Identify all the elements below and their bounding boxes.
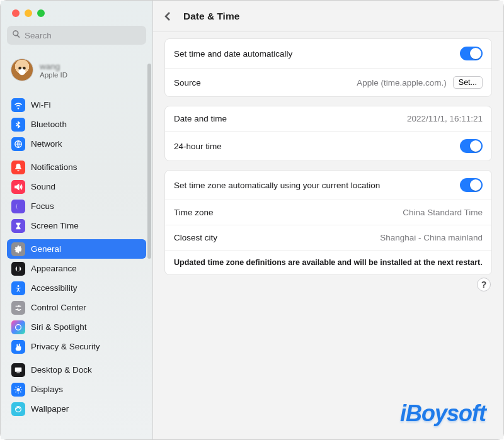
sidebar-item-label: Network	[31, 139, 62, 149]
sidebar-item-appearance[interactable]: Appearance	[7, 259, 146, 278]
wifi-icon	[11, 98, 25, 112]
row-label: Date and time	[174, 114, 227, 123]
minimize-window-button[interactable]	[25, 9, 32, 17]
moon-icon	[11, 200, 25, 213]
sidebar-item-sound[interactable]: Sound	[7, 177, 146, 196]
sidebar-item-label: Focus	[31, 201, 54, 211]
svg-point-3	[18, 305, 20, 307]
accessibility-icon	[11, 281, 25, 295]
sidebar-item-label: Wi-Fi	[31, 100, 50, 110]
sidebar-item-label: Appearance	[31, 264, 77, 273]
svg-rect-7	[16, 372, 20, 373]
svg-rect-6	[15, 367, 22, 371]
content-pane: Date & Time Set time and date automatica…	[153, 1, 503, 439]
row-label: Time zone	[174, 208, 214, 217]
wallpaper-icon	[11, 402, 25, 416]
apple-id-row[interactable]: wang Apple ID	[1, 50, 152, 91]
set-source-button[interactable]: Set...	[453, 76, 483, 89]
sidebar-item-label: Screen Time	[31, 221, 79, 230]
sidebar-item-label: Sound	[31, 182, 55, 191]
account-name: wang	[40, 62, 67, 71]
hand-icon	[11, 340, 25, 354]
toggle-auto-time[interactable]	[460, 47, 483, 60]
row-label: 24-hour time	[174, 142, 222, 151]
city-value: Shanghai - China mainland	[380, 233, 483, 242]
zoom-window-button[interactable]	[37, 9, 45, 17]
svg-point-4	[17, 308, 19, 310]
row-label: Closest city	[174, 233, 217, 242]
sidebar-item-accessibility[interactable]: Accessibility	[7, 278, 146, 298]
sidebar: wang Apple ID Wi-Fi Bluetooth Network	[1, 1, 153, 439]
sidebar-item-focus[interactable]: Focus	[7, 196, 146, 216]
row-label: Set time zone automatically using your c…	[174, 181, 380, 190]
sound-icon	[11, 180, 25, 194]
sidebar-item-label: Displays	[31, 385, 63, 394]
sidebar-item-label: Privacy & Security	[31, 342, 100, 351]
sidebar-item-network[interactable]: Network	[7, 134, 146, 154]
content-body: Set time and date automatically Source A…	[153, 32, 503, 439]
sidebar-scrollbar[interactable]	[147, 64, 151, 259]
page-title: Date & Time	[183, 11, 239, 22]
desktop-icon	[11, 363, 25, 377]
sidebar-item-screen-time[interactable]: Screen Time	[7, 216, 146, 235]
row-date-time: Date and time 2022/11/1, 16:11:21	[165, 106, 491, 131]
watermark: iBoysoft	[400, 400, 486, 427]
search-input[interactable]	[25, 31, 141, 40]
sidebar-item-desktop-dock[interactable]: Desktop & Dock	[7, 360, 146, 380]
sidebar-item-general[interactable]: General	[7, 239, 146, 259]
row-24-hour: 24-hour time	[165, 131, 491, 161]
sidebar-item-privacy-security[interactable]: Privacy & Security	[7, 337, 146, 356]
content-header: Date & Time	[153, 1, 503, 32]
sidebar-item-label: Wallpaper	[31, 404, 69, 414]
source-value: Apple (time.apple.com.)	[357, 78, 447, 87]
sidebar-item-control-center[interactable]: Control Center	[7, 298, 146, 317]
sidebar-item-displays[interactable]: Displays	[7, 380, 146, 399]
search-field[interactable]	[7, 26, 146, 45]
sidebar-item-bluetooth[interactable]: Bluetooth	[7, 115, 146, 134]
bell-icon	[11, 161, 25, 174]
row-tz: Time zone China Standard Time	[165, 200, 491, 225]
svg-point-5	[16, 324, 21, 330]
search-icon	[12, 30, 25, 41]
sidebar-item-label: Desktop & Dock	[31, 365, 92, 375]
tz-update-note: Updated time zone definitions are availa…	[165, 250, 491, 274]
sidebar-item-label: Control Center	[31, 303, 86, 312]
tz-value: China Standard Time	[403, 208, 483, 217]
displays-icon	[11, 383, 25, 397]
back-button[interactable]	[161, 9, 175, 23]
sidebar-item-siri-spotlight[interactable]: Siri & Spotlight	[7, 317, 146, 337]
sidebar-item-wallpaper[interactable]: Wallpaper	[7, 399, 146, 419]
chevron-left-icon	[164, 11, 171, 21]
row-label: Set time and date automatically	[174, 49, 292, 59]
siri-icon	[11, 320, 25, 334]
card-time-zone: Set time zone automatically using your c…	[164, 170, 492, 275]
row-auto-tz: Set time zone automatically using your c…	[165, 171, 491, 200]
svg-point-2	[18, 285, 20, 287]
sidebar-item-label: Siri & Spotlight	[31, 322, 87, 332]
bluetooth-icon	[11, 118, 25, 132]
row-source: Source Apple (time.apple.com.) Set...	[165, 68, 491, 96]
close-window-button[interactable]	[12, 9, 20, 17]
sidebar-item-label: Bluetooth	[31, 120, 67, 129]
row-auto-time: Set time and date automatically	[165, 39, 491, 68]
sidebar-item-notifications[interactable]: Notifications	[7, 157, 146, 177]
appearance-icon	[11, 262, 25, 276]
date-time-value: 2022/11/1, 16:11:21	[407, 114, 483, 123]
sidebar-item-label: Accessibility	[31, 283, 77, 293]
gear-icon	[11, 242, 25, 256]
window-controls	[1, 1, 152, 23]
account-subtitle: Apple ID	[40, 71, 67, 79]
system-settings-window: wang Apple ID Wi-Fi Bluetooth Network	[0, 0, 504, 440]
sidebar-item-label: Notifications	[31, 162, 77, 172]
sidebar-item-wifi[interactable]: Wi-Fi	[7, 95, 146, 115]
card-time-source: Set time and date automatically Source A…	[164, 38, 492, 97]
sidebar-nav: Wi-Fi Bluetooth Network Notifications	[1, 91, 152, 419]
svg-point-8	[16, 388, 20, 391]
hourglass-icon	[11, 219, 25, 233]
card-date-time: Date and time 2022/11/1, 16:11:21 24-hou…	[164, 106, 492, 161]
network-icon	[11, 137, 25, 151]
toggle-24-hour[interactable]	[460, 139, 483, 153]
toggle-auto-tz[interactable]	[460, 178, 483, 192]
row-label: Source	[174, 78, 201, 87]
help-button[interactable]: ?	[477, 278, 491, 291]
